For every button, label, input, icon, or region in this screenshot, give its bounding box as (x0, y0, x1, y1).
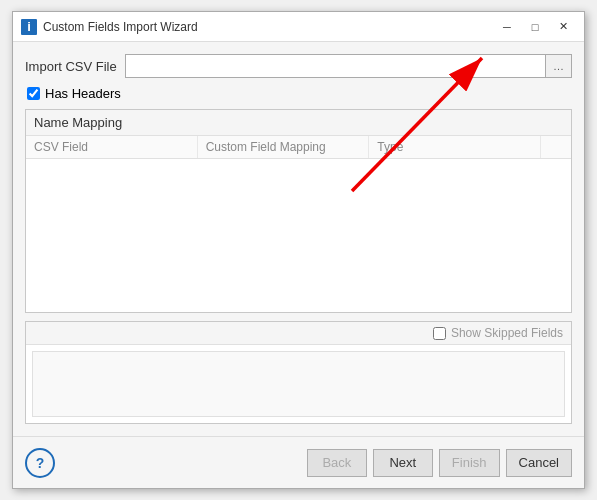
table-body (26, 159, 571, 312)
name-mapping-section: Name Mapping CSV Field Custom Field Mapp… (25, 109, 572, 313)
content-area: Import CSV File … Has Headers Name Mappi… (13, 42, 584, 436)
import-csv-input-wrap: … (125, 54, 572, 78)
main-window: i Custom Fields Import Wizard ─ □ ✕ Impo… (12, 11, 585, 489)
footer-buttons: Back Next Finish Cancel (307, 449, 572, 477)
col-extra (541, 136, 571, 158)
footer: ? Back Next Finish Cancel (13, 436, 584, 488)
title-bar: i Custom Fields Import Wizard ─ □ ✕ (13, 12, 584, 42)
table-header: CSV Field Custom Field Mapping Type (26, 136, 571, 159)
show-skipped-row: Show Skipped Fields (26, 322, 571, 345)
app-icon: i (21, 19, 37, 35)
maximize-button[interactable]: □ (522, 17, 548, 37)
col-csv-field: CSV Field (26, 136, 198, 158)
import-csv-row: Import CSV File … (25, 54, 572, 78)
show-skipped-checkbox[interactable] (433, 327, 446, 340)
import-csv-label: Import CSV File (25, 59, 117, 74)
show-skipped-label: Show Skipped Fields (451, 326, 563, 340)
finish-button[interactable]: Finish (439, 449, 500, 477)
help-button[interactable]: ? (25, 448, 55, 478)
bottom-panel: Show Skipped Fields (25, 321, 572, 424)
has-headers-label: Has Headers (45, 86, 121, 101)
next-button[interactable]: Next (373, 449, 433, 477)
window-title: Custom Fields Import Wizard (43, 20, 494, 34)
browse-button[interactable]: … (545, 55, 571, 77)
bottom-content-area (32, 351, 565, 417)
close-button[interactable]: ✕ (550, 17, 576, 37)
back-button[interactable]: Back (307, 449, 367, 477)
minimize-button[interactable]: ─ (494, 17, 520, 37)
has-headers-checkbox[interactable] (27, 87, 40, 100)
col-custom-field-mapping: Custom Field Mapping (198, 136, 370, 158)
name-mapping-header: Name Mapping (26, 110, 571, 136)
import-csv-input[interactable] (126, 59, 545, 74)
has-headers-row: Has Headers (25, 86, 572, 101)
title-bar-controls: ─ □ ✕ (494, 17, 576, 37)
cancel-button[interactable]: Cancel (506, 449, 572, 477)
col-type: Type (369, 136, 541, 158)
